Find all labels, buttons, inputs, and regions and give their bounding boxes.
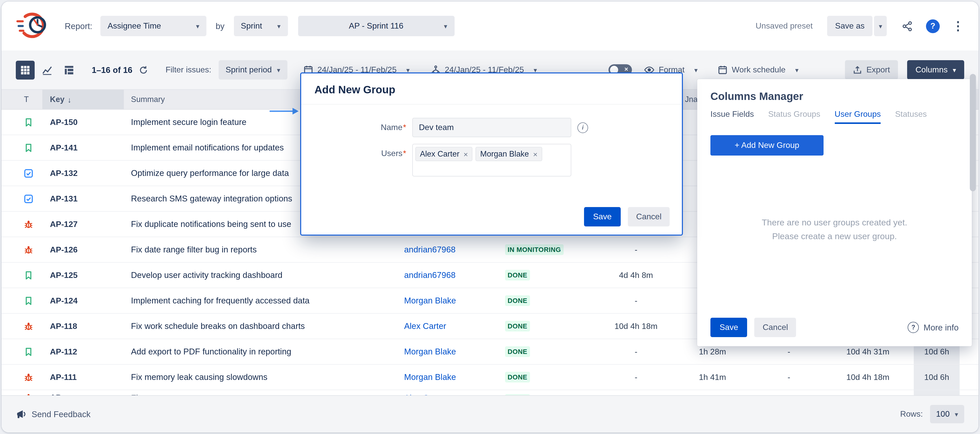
- assignee-link[interactable]: andrian67968: [404, 245, 456, 254]
- issue-key[interactable]: AP-132: [42, 161, 124, 186]
- chevron-down-icon: ▾: [795, 67, 799, 73]
- sort-desc-icon: ↓: [67, 95, 72, 104]
- tab-statuses[interactable]: Statuses: [895, 110, 927, 124]
- issue-key[interactable]: AP-131: [42, 186, 124, 211]
- by-label: by: [216, 21, 224, 31]
- story-icon: [24, 347, 33, 356]
- more-info-link[interactable]: ? More info: [908, 322, 959, 333]
- group-name-input[interactable]: [412, 118, 571, 137]
- dialog-cancel-button[interactable]: Cancel: [628, 207, 670, 227]
- issue-key[interactable]: AP-141: [42, 135, 124, 160]
- add-new-group-button[interactable]: + Add New Group: [710, 135, 824, 156]
- status-badge: DONE: [505, 295, 530, 306]
- time-cell: 1h 41m: [669, 365, 756, 389]
- issue-key[interactable]: AP-124: [42, 288, 124, 313]
- assignee-link[interactable]: Morgan Blake: [404, 372, 456, 382]
- report-type-dropdown[interactable]: Assignee Time ▾: [100, 16, 207, 36]
- remove-user-icon[interactable]: ×: [533, 150, 538, 158]
- remove-user-icon[interactable]: ×: [463, 150, 468, 158]
- dialog-save-button[interactable]: Save: [584, 207, 621, 227]
- chevron-down-icon: ▾: [953, 67, 956, 73]
- panel-save-button[interactable]: Save: [710, 318, 747, 337]
- users-input[interactable]: Alex Carter×Morgan Blake×: [412, 144, 571, 177]
- rows-per-page-dropdown[interactable]: 100 ▾: [930, 405, 964, 423]
- assignee-link[interactable]: Morgan Blake: [404, 296, 456, 305]
- grid-view-button[interactable]: [16, 61, 35, 79]
- story-icon: [24, 143, 33, 152]
- calendar-icon: [718, 65, 727, 75]
- group-by-dropdown[interactable]: Sprint ▾: [234, 16, 288, 36]
- assignee-link[interactable]: andrian67968: [404, 270, 456, 280]
- issue-key[interactable]: AP-126: [42, 237, 124, 262]
- refresh-icon[interactable]: [138, 65, 148, 75]
- column-header-type[interactable]: T: [2, 90, 42, 109]
- tab-issue-fields[interactable]: Issue Fields: [710, 110, 754, 124]
- export-label: Export: [866, 65, 890, 75]
- sprint-value: AP - Sprint 116: [349, 21, 403, 30]
- issue-summary: Fix memory leak causing slowdowns: [124, 365, 394, 389]
- user-chip-label: Alex Carter: [420, 150, 460, 159]
- export-icon: [853, 65, 862, 74]
- kebab-menu-icon[interactable]: ⋮: [952, 20, 964, 32]
- send-feedback-button[interactable]: Send Feedback: [16, 409, 91, 419]
- send-feedback-label: Send Feedback: [32, 409, 91, 419]
- help-icon[interactable]: ?: [926, 19, 940, 33]
- user-chip: Alex Carter×: [415, 147, 473, 161]
- issue-key[interactable]: AP-112: [42, 339, 124, 364]
- app-header: Report: Assignee Time ▾ by Sprint ▾ AP -…: [2, 2, 978, 51]
- tab-status-groups[interactable]: Status Groups: [768, 110, 821, 124]
- pointer-arrow-icon: [270, 107, 299, 118]
- period-dropdown[interactable]: Sprint period ▾: [218, 60, 288, 80]
- pivot-view-button[interactable]: [60, 61, 78, 79]
- chart-view-button[interactable]: [38, 61, 57, 79]
- issue-key[interactable]: AP-125: [42, 263, 124, 288]
- time-cell: 10d 4h 18m: [603, 314, 669, 338]
- column-header-key[interactable]: Key ↓: [42, 90, 124, 109]
- scrollbar-thumb[interactable]: [970, 74, 976, 191]
- columns-button[interactable]: Columns ▾: [907, 60, 964, 80]
- work-schedule-label: Work schedule: [732, 65, 786, 75]
- filter-issues-label: Filter issues:: [165, 65, 212, 75]
- issue-key[interactable]: AP-127: [42, 212, 124, 237]
- save-as-menu-button[interactable]: ▾: [874, 16, 887, 36]
- tab-user-groups[interactable]: User Groups: [835, 110, 881, 124]
- issue-key[interactable]: AP-150: [42, 110, 124, 135]
- report-label: Report:: [65, 21, 92, 31]
- chevron-down-icon: ▾: [694, 67, 698, 73]
- time-cell: 10d 4h 18m: [822, 365, 914, 389]
- bug-icon: [24, 322, 33, 331]
- screen: Report: Assignee Time ▾ by Sprint ▾ AP -…: [0, 0, 980, 434]
- assignee-link[interactable]: Alex Carter: [404, 321, 446, 331]
- share-icon[interactable]: [902, 21, 913, 31]
- report-type-value: Assignee Time: [108, 21, 161, 30]
- more-info-label: More info: [923, 322, 959, 332]
- issue-summary: Develop user activity tracking dashboard: [124, 263, 394, 288]
- assignee-link[interactable]: Morgan Blake: [404, 347, 456, 356]
- columns-manager-tabs: Issue Fields Status Groups User Groups S…: [710, 110, 959, 124]
- story-icon: [24, 118, 33, 127]
- chevron-down-icon: ▾: [955, 411, 958, 417]
- sprint-select-dropdown[interactable]: AP - Sprint 116 ▾: [298, 16, 454, 36]
- panel-cancel-button[interactable]: Cancel: [754, 318, 796, 337]
- rows-label: Rows:: [900, 410, 923, 419]
- columns-manager-panel: Columns Manager Issue Fields Status Grou…: [697, 79, 972, 346]
- work-schedule-dropdown[interactable]: Work schedule ▾: [718, 65, 799, 75]
- export-button[interactable]: Export: [845, 60, 898, 80]
- issue-key[interactable]: AP-118: [42, 314, 124, 338]
- issue-key[interactable]: AP-111: [42, 365, 124, 389]
- question-icon: ?: [908, 322, 919, 333]
- chevron-down-icon: ▾: [196, 23, 199, 29]
- save-as-button[interactable]: Save as: [827, 16, 873, 36]
- chevron-down-icon: ▾: [444, 23, 447, 29]
- issue-summary: Implement caching for frequently accesse…: [124, 288, 394, 313]
- question-glyph: ?: [930, 21, 935, 30]
- info-icon: i: [578, 122, 588, 133]
- time-cell: -: [756, 365, 822, 389]
- status-badge: DONE: [505, 372, 530, 383]
- user-chip: Morgan Blake×: [476, 147, 542, 161]
- table-row[interactable]: AP-111Fix memory leak causing slowdownsM…: [2, 365, 978, 390]
- time-cell: -: [603, 288, 669, 313]
- chevron-down-icon: ▾: [879, 23, 882, 29]
- key-header-label: Key: [50, 95, 64, 104]
- chevron-down-icon: ▾: [277, 23, 280, 29]
